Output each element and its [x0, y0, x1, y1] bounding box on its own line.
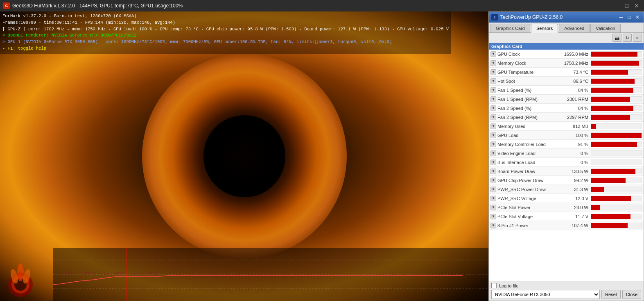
- sensor-bar: [591, 223, 628, 228]
- sensor-value: 12.0 V: [562, 196, 591, 201]
- gpuz-close-btn[interactable]: ✕: [634, 14, 641, 21]
- logo-svg: [0, 260, 49, 297]
- furmark-close-btn[interactable]: ✕: [633, 2, 641, 10]
- gpuz-bottom: Log to file NVIDIA GeForce RTX 3050 Rese…: [489, 281, 644, 301]
- tab-advanced[interactable]: Advanced: [559, 24, 590, 32]
- sensor-row: ▼PWR_SRC Power Draw31.3 W: [489, 185, 644, 194]
- section-header-text: Graphics Card: [491, 44, 522, 49]
- sensor-bar-container: [591, 187, 642, 192]
- sensor-value: 2301 RPM: [562, 97, 591, 102]
- sensor-bar: [591, 142, 637, 147]
- sensor-name: ▼Memory Clock: [490, 60, 562, 66]
- overlay-line2: Frames:100799 - time:00:11:41 - FPS:144 …: [2, 20, 449, 26]
- furmark-icon: G: [3, 2, 10, 9]
- furmark-viewport: FurMark v1.37.2.0 - Burn-in test, 1280x7…: [0, 11, 488, 301]
- sensor-label: Fan 2 Speed (%): [497, 106, 531, 111]
- eye-pupil: [203, 115, 285, 197]
- sensor-expand-arrow[interactable]: ▼: [490, 178, 496, 183]
- sensor-expand-arrow[interactable]: ▼: [490, 187, 496, 192]
- sensor-expand-arrow[interactable]: ▼: [490, 96, 496, 102]
- sensor-expand-arrow[interactable]: ▼: [490, 87, 496, 93]
- menu-button[interactable]: ≡: [633, 34, 642, 42]
- gpu-dropdown[interactable]: NVIDIA GeForce RTX 3050: [491, 290, 600, 299]
- refresh-button[interactable]: ↻: [623, 34, 632, 42]
- sensor-name: ▼GPU Chip Power Draw: [490, 178, 562, 183]
- sensor-expand-arrow[interactable]: ▼: [490, 141, 496, 147]
- sensor-expand-arrow[interactable]: ▼: [490, 78, 496, 84]
- sensor-label: Memory Clock: [497, 61, 526, 66]
- sensor-label: PWR_SRC Voltage: [497, 196, 536, 201]
- sensor-expand-arrow[interactable]: ▼: [490, 123, 496, 129]
- sensor-expand-arrow[interactable]: ▼: [490, 150, 496, 156]
- sensor-value: 11.7 V: [562, 214, 591, 219]
- sensor-bar-container: [591, 132, 642, 138]
- sensor-value: 812 MB: [562, 124, 591, 129]
- sensor-bar-container: [591, 114, 642, 120]
- sensor-expand-arrow[interactable]: ▼: [490, 214, 496, 219]
- gpuz-titlebar: Z TechPowerUp GPU-Z 2.56.0 ─ □ ✕: [489, 12, 644, 23]
- sensor-row: ▼Memory Clock1750.2 MHz: [489, 59, 644, 68]
- sensor-label: GPU Chip Power Draw: [497, 178, 543, 183]
- furmark-minimize-btn[interactable]: ─: [613, 2, 621, 10]
- sensor-row: ▼Bus Interface Load0 %: [489, 158, 644, 167]
- sensor-value: 100 %: [562, 133, 591, 138]
- sensor-row: ▼PWR_SRC Voltage12.0 V: [489, 194, 644, 203]
- sensor-name: ▼Fan 1 Speed (%): [490, 87, 562, 93]
- sensor-bar-container: [591, 96, 642, 102]
- sensor-bar: [591, 133, 642, 138]
- sensor-row: ▼GPU Load100 %: [489, 131, 644, 140]
- furmark-title: Geeks3D FurMark v.1.37.2.0 - 144FPS, GPU…: [12, 3, 613, 9]
- sensor-bar-container: [591, 60, 642, 66]
- sensor-bar-container: [591, 205, 642, 210]
- sensor-value: 84 %: [562, 106, 591, 111]
- close-button[interactable]: Close: [622, 290, 641, 299]
- sensor-bar-container: [591, 51, 642, 57]
- sensor-expand-arrow[interactable]: ▼: [490, 205, 496, 210]
- sensor-expand-arrow[interactable]: ▼: [490, 51, 496, 57]
- sensor-expand-arrow[interactable]: ▼: [490, 223, 496, 228]
- sensors-list[interactable]: ▼GPU Clock1695.0 MHz▼Memory Clock1750.2 …: [489, 50, 644, 281]
- overlay-line6: - F1: toggle help: [2, 46, 449, 52]
- reset-button[interactable]: Reset: [601, 290, 621, 299]
- sensor-expand-arrow[interactable]: ▼: [490, 160, 496, 165]
- sensor-row: ▼GPU Clock1695.0 MHz: [489, 50, 644, 59]
- log-to-file-checkbox[interactable]: [491, 283, 497, 288]
- gpuz-maximize-btn[interactable]: □: [626, 14, 633, 21]
- sensor-bar: [591, 79, 635, 84]
- sensor-expand-arrow[interactable]: ▼: [490, 69, 496, 75]
- furmark-maximize-btn[interactable]: □: [623, 2, 631, 10]
- tab-sensors[interactable]: Sensors: [531, 24, 558, 33]
- sensor-value: 2297 RPM: [562, 115, 591, 120]
- tab-validation[interactable]: Validation: [590, 24, 621, 32]
- gpuz-minimize-btn[interactable]: ─: [617, 14, 625, 21]
- sensor-bar: [591, 214, 630, 219]
- sensor-expand-arrow[interactable]: ▼: [490, 132, 496, 138]
- sensor-label: Bus Interface Load: [497, 160, 535, 165]
- sensor-name: ▼Board Power Draw: [490, 169, 562, 174]
- sensor-label: Fan 1 Speed (RPM): [497, 97, 538, 102]
- sensor-label: PCIe Slot Voltage: [497, 214, 533, 219]
- sensor-label: Video Engine Load: [497, 151, 536, 156]
- log-to-file-label: Log to file: [499, 283, 519, 288]
- sensor-expand-arrow[interactable]: ▼: [490, 114, 496, 120]
- tab-graphics-card[interactable]: Graphics Card: [490, 24, 530, 32]
- sensor-label: Hot Spot: [497, 79, 515, 84]
- gpuz-icon: Z: [491, 14, 498, 21]
- sensor-expand-arrow[interactable]: ▼: [490, 169, 496, 174]
- overlay-line4: > OpenGL renderer: NVIDIA GeForce RTX 30…: [2, 32, 449, 39]
- sensor-value: 107.4 W: [562, 223, 591, 228]
- sensor-expand-arrow[interactable]: ▼: [490, 105, 496, 111]
- sensor-expand-arrow[interactable]: ▼: [490, 60, 496, 66]
- sensor-row: ▼Video Engine Load0 %: [489, 149, 644, 158]
- sensor-label: Memory Used: [497, 124, 525, 129]
- sensor-label: PWR_SRC Power Draw: [497, 187, 546, 192]
- sensor-label: 8-Pin #1 Power: [497, 223, 528, 228]
- sensor-name: ▼Memory Controller Load: [490, 141, 562, 147]
- sensor-name: ▼PWR_SRC Power Draw: [490, 187, 562, 192]
- camera-button[interactable]: 📷: [612, 34, 621, 42]
- sensor-name: ▼Video Engine Load: [490, 150, 562, 156]
- sensor-expand-arrow[interactable]: ▼: [490, 196, 496, 201]
- sensor-bar-container: [591, 78, 642, 84]
- sensor-value: 73.4 °C: [562, 70, 591, 75]
- sensor-bar-container: [591, 169, 642, 174]
